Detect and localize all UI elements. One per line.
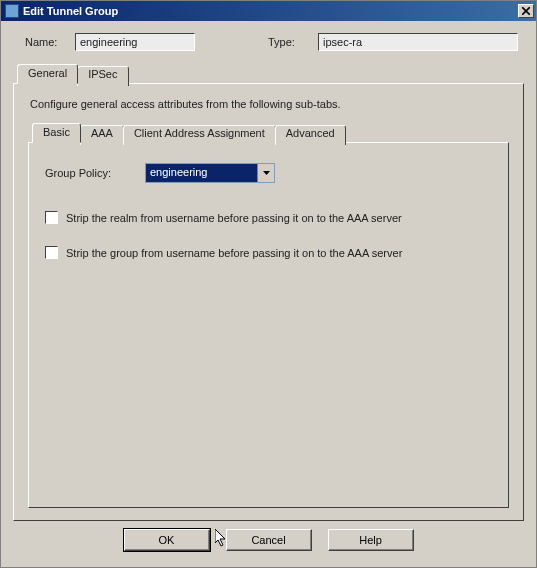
tab-general[interactable]: General: [17, 64, 78, 84]
combo-arrow: [257, 164, 274, 182]
close-icon: [522, 7, 530, 15]
group-policy-combobox[interactable]: engineering: [145, 163, 275, 183]
basic-panel: Group Policy: engineering Strip the real…: [28, 142, 509, 508]
client-area: Name: Type: General IPSec Configure gene…: [1, 21, 536, 567]
chevron-down-icon: [263, 171, 270, 175]
header-fields: Name: Type:: [13, 31, 524, 63]
general-panel: Configure general access attributes from…: [13, 83, 524, 521]
strip-realm-checkbox[interactable]: [45, 211, 58, 224]
strip-realm-label: Strip the realm from username before pas…: [66, 212, 402, 224]
svg-marker-1: [215, 529, 225, 546]
strip-group-checkbox[interactable]: [45, 246, 58, 259]
type-label: Type:: [268, 36, 310, 48]
strip-realm-row: Strip the realm from username before pas…: [45, 211, 492, 224]
outer-tabstrip: General IPSec: [13, 63, 524, 83]
dialog-edit-tunnel-group: Edit Tunnel Group Name: Type: General IP…: [0, 0, 537, 568]
strip-group-row: Strip the group from username before pas…: [45, 246, 492, 259]
group-policy-selected: engineering: [146, 164, 257, 182]
strip-group-label: Strip the group from username before pas…: [66, 247, 402, 259]
window-title: Edit Tunnel Group: [23, 5, 518, 17]
cancel-button[interactable]: Cancel: [226, 529, 312, 551]
tab-aaa[interactable]: AAA: [80, 125, 124, 145]
group-policy-label: Group Policy:: [45, 167, 145, 179]
inner-tabstrip: Basic AAA Client Address Assignment Adva…: [28, 122, 509, 142]
help-button[interactable]: Help: [328, 529, 414, 551]
ok-button[interactable]: OK: [124, 529, 210, 551]
svg-marker-0: [263, 171, 270, 175]
tab-basic[interactable]: Basic: [32, 123, 81, 143]
button-bar: OK Cancel Help: [13, 521, 524, 561]
name-label: Name:: [25, 36, 67, 48]
title-bar: Edit Tunnel Group: [1, 1, 536, 21]
type-field[interactable]: [318, 33, 518, 51]
tab-ipsec[interactable]: IPSec: [77, 66, 128, 86]
app-icon: [5, 4, 19, 18]
general-description: Configure general access attributes from…: [30, 98, 509, 110]
tab-client-address-assignment[interactable]: Client Address Assignment: [123, 125, 276, 145]
tab-advanced[interactable]: Advanced: [275, 125, 346, 145]
name-field[interactable]: [75, 33, 195, 51]
close-button[interactable]: [518, 4, 534, 18]
